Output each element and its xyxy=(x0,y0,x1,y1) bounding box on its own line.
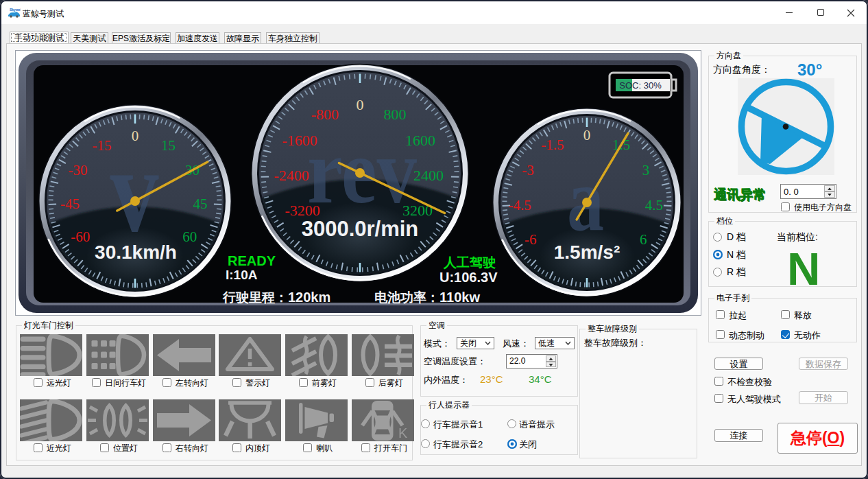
svg-text:-3: -3 xyxy=(522,162,534,178)
svg-text:-15: -15 xyxy=(92,137,111,154)
svg-text:人工驾驶: 人工驾驶 xyxy=(443,255,496,270)
svg-text:-1.5: -1.5 xyxy=(541,137,564,153)
svg-text:6: 6 xyxy=(640,231,647,248)
svg-text:2400: 2400 xyxy=(413,167,444,184)
svg-text:U:106.3V: U:106.3V xyxy=(439,270,498,285)
svg-text:-45: -45 xyxy=(60,196,80,212)
svg-text:-1600: -1600 xyxy=(282,132,317,149)
svg-text:-60: -60 xyxy=(71,229,90,245)
svg-text:3000.0r/min: 3000.0r/min xyxy=(302,217,419,241)
svg-text:SOC: 30%: SOC: 30% xyxy=(619,80,662,91)
svg-text:0: 0 xyxy=(357,96,364,113)
svg-text:K: K xyxy=(398,425,408,441)
svg-text:45: 45 xyxy=(193,196,207,212)
svg-text:-4.5: -4.5 xyxy=(508,197,531,213)
svg-text:电池功率：110kw: 电池功率：110kw xyxy=(374,290,480,305)
svg-text:60: 60 xyxy=(182,229,197,245)
svg-text:15: 15 xyxy=(161,137,176,154)
svg-text:-800: -800 xyxy=(311,106,339,123)
svg-text:1600: 1600 xyxy=(405,132,435,149)
svg-text:4.5: 4.5 xyxy=(645,197,663,213)
svg-text:READY: READY xyxy=(228,253,276,268)
svg-text:0: 0 xyxy=(583,127,591,143)
svg-text:-2400: -2400 xyxy=(274,167,309,184)
svg-text:-6: -6 xyxy=(525,231,537,248)
svg-text:I:10A: I:10A xyxy=(226,268,258,282)
svg-text:800: 800 xyxy=(384,106,407,123)
svg-text:1.5m/s²: 1.5m/s² xyxy=(554,242,620,263)
svg-text:3: 3 xyxy=(642,162,650,178)
svg-text:行驶里程：120km: 行驶里程：120km xyxy=(222,290,330,305)
svg-text:0: 0 xyxy=(132,128,139,144)
svg-text:-30: -30 xyxy=(69,162,88,178)
svg-text:30.1km/h: 30.1km/h xyxy=(95,242,177,263)
svg-text:Skywell: Skywell xyxy=(10,8,21,12)
